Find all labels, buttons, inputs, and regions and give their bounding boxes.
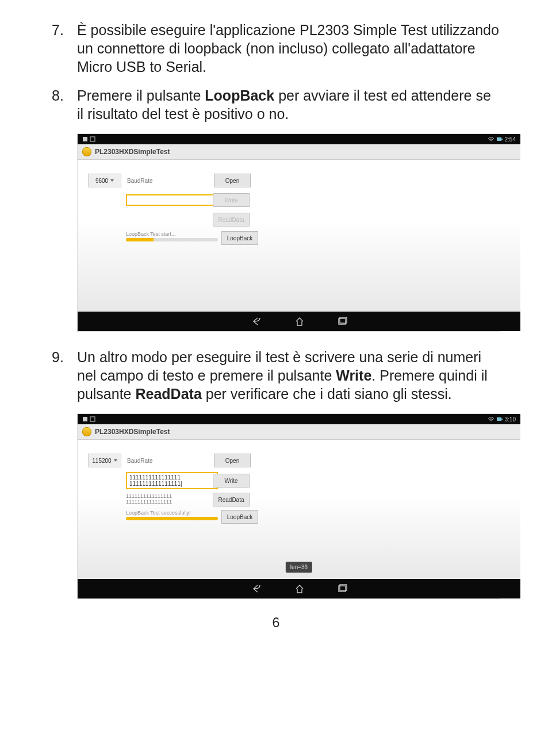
nav-bar [78, 312, 520, 331]
button-label: LoopBack [227, 235, 252, 241]
title-bar: PL2303HXDSimpleTest [78, 424, 520, 440]
list-text: Premere il pulsante LoopBack per avviare… [77, 86, 500, 123]
svg-rect-8 [497, 417, 501, 421]
text: È possibile eseguire l'applicazione PL23… [77, 22, 499, 75]
svg-rect-2 [497, 137, 501, 141]
read-output: 1111111111111111 1111111111111111 [126, 493, 218, 506]
title-bar: PL2303HXDSimpleTest [78, 144, 520, 160]
progress-bar [126, 238, 218, 241]
loopback-status: LoopBack Test start... [126, 231, 218, 237]
loopback-status: LoopBack Test successfully! [126, 510, 218, 516]
home-icon[interactable] [294, 316, 305, 327]
bold: LoopBack [205, 87, 274, 103]
list-number: 7. [52, 21, 77, 76]
baudrate-value: 115200 [92, 458, 111, 464]
app-logo-icon [82, 147, 91, 156]
list-item-7: 7. È possibile eseguire l'applicazione P… [52, 21, 500, 76]
baudrate-dropdown[interactable]: 9600 [88, 174, 121, 187]
baudrate-value: 9600 [95, 178, 108, 184]
button-label: LoopBack [227, 514, 252, 520]
save-icon [82, 136, 88, 142]
text: Premere il pulsante [77, 87, 205, 103]
svg-rect-6 [83, 417, 87, 421]
app-logo-icon [82, 427, 91, 436]
save-icon [82, 416, 88, 422]
status-bar: 2:54 [78, 134, 520, 144]
svg-rect-7 [90, 417, 95, 421]
status-left-icons [82, 416, 95, 422]
list-number: 8. [52, 86, 77, 123]
open-button[interactable]: Open [214, 174, 251, 187]
wifi-icon [488, 136, 494, 142]
loopback-button[interactable]: LoopBack [221, 510, 258, 524]
status-bar: 3:10 [78, 414, 520, 424]
write-input[interactable]: 1111111111111111 1111111111111111| [126, 472, 218, 489]
nav-bar: len=36 [78, 579, 520, 598]
status-right: 3:10 [488, 416, 516, 423]
write-button[interactable]: Write [213, 193, 250, 207]
button-label: Write [224, 478, 237, 484]
work-area: 9600 BaudRate Open Write ReadDat [78, 160, 520, 312]
app-title: PL2303HXDSimpleTest [95, 428, 170, 436]
back-icon[interactable] [251, 584, 262, 594]
bold: ReadData [135, 386, 201, 402]
status-right: 2:54 [488, 136, 516, 143]
screenshot-1: 2:54 PL2303HXDSimpleTest 9600 BaudRate O… [77, 133, 500, 332]
svg-rect-9 [501, 419, 503, 420]
clock: 2:54 [505, 136, 516, 143]
app-title: PL2303HXDSimpleTest [95, 148, 170, 156]
baudrate-dropdown[interactable]: 115200 [88, 454, 121, 467]
work-area: 115200 BaudRate Open 1111111111111111 11… [78, 440, 520, 579]
toast: len=36 [286, 562, 312, 573]
write-input[interactable] [126, 194, 218, 206]
baudrate-label: BaudRate [121, 458, 210, 464]
button-label: Open [225, 458, 239, 464]
baudrate-label: BaudRate [121, 178, 210, 184]
progress-fill [126, 238, 154, 241]
text: per verificare che i dati siano gli stes… [202, 386, 452, 402]
list-text: È possibile eseguire l'applicazione PL23… [77, 21, 500, 76]
button-label: ReadData [218, 217, 244, 223]
list-text: Un altro modo per eseguire il test è scr… [77, 348, 500, 403]
button-label: Open [225, 178, 239, 184]
wifi-icon [488, 416, 494, 422]
chevron-down-icon [110, 179, 114, 182]
screenshot-2: 3:10 PL2303HXDSimpleTest 115200 BaudRate… [77, 413, 500, 599]
clock: 3:10 [505, 416, 516, 423]
recent-icon[interactable] [337, 316, 347, 327]
page-number: 6 [52, 615, 500, 631]
image-icon [90, 136, 95, 142]
battery-icon [496, 136, 503, 142]
home-icon[interactable] [294, 584, 305, 594]
button-label: Write [224, 197, 237, 204]
svg-rect-1 [90, 137, 95, 141]
open-button[interactable]: Open [214, 454, 251, 467]
write-button[interactable]: Write [213, 474, 250, 488]
loopback-button[interactable]: LoopBack [221, 231, 258, 245]
image-icon [90, 416, 95, 422]
chevron-down-icon [114, 459, 117, 462]
svg-rect-0 [83, 137, 87, 141]
button-label: ReadData [218, 497, 244, 503]
progress-bar [126, 517, 218, 520]
back-icon[interactable] [251, 316, 262, 327]
list-item-8: 8. Premere il pulsante LoopBack per avvi… [52, 86, 500, 123]
progress-fill [126, 517, 218, 520]
battery-icon [496, 416, 503, 422]
svg-rect-3 [501, 139, 503, 140]
list-item-9: 9. Un altro modo per eseguire il test è … [52, 348, 500, 403]
page: 7. È possibile eseguire l'applicazione P… [0, 0, 552, 642]
bold: Write [336, 367, 371, 383]
recent-icon[interactable] [337, 584, 347, 594]
readdata-button[interactable]: ReadData [213, 213, 250, 227]
list-number: 9. [52, 348, 77, 403]
status-left-icons [82, 136, 95, 142]
readdata-button[interactable]: ReadData [213, 493, 250, 506]
